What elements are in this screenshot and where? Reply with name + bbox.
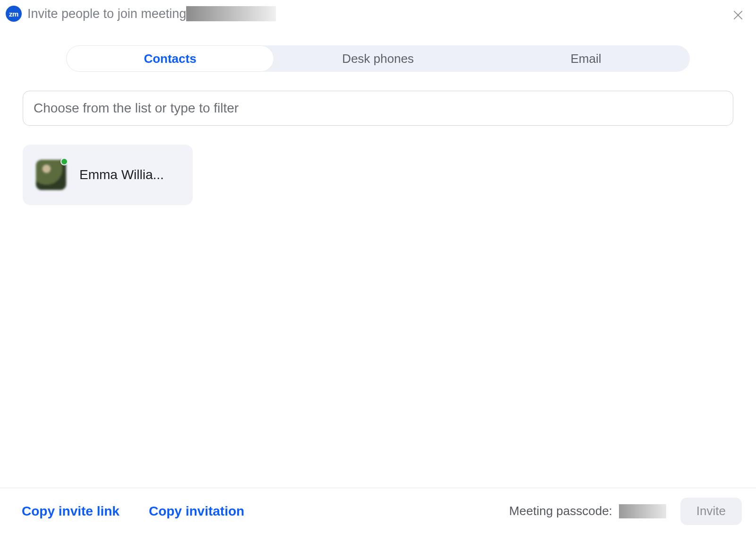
contact-name: Emma Willia... (79, 167, 164, 182)
meeting-passcode-label: Meeting passcode: (509, 504, 612, 518)
titlebar: zm Invite people to join meeting (0, 0, 756, 26)
invite-button[interactable]: Invite (680, 498, 742, 525)
tab-desk-phones[interactable]: Desk phones (274, 45, 482, 72)
avatar-container (36, 160, 66, 190)
meeting-id-redacted (186, 6, 276, 21)
contact-card[interactable]: Emma Willia... (23, 145, 193, 205)
tab-contacts[interactable]: Contacts (66, 45, 274, 72)
meeting-passcode-redacted (619, 504, 666, 518)
footer: Copy invite link Copy invitation Meeting… (0, 488, 756, 534)
footer-left: Copy invite link Copy invitation (22, 504, 244, 519)
tabs-container: Contacts Desk phones Email (0, 26, 756, 72)
contacts-list: Emma Willia... (0, 126, 756, 488)
copy-invitation-button[interactable]: Copy invitation (149, 504, 244, 519)
copy-invite-link-button[interactable]: Copy invite link (22, 504, 120, 519)
tab-email[interactable]: Email (482, 45, 690, 72)
contact-filter-input[interactable] (23, 91, 733, 126)
presence-online-icon (60, 158, 68, 165)
footer-right: Meeting passcode: Invite (509, 498, 742, 525)
close-button[interactable] (729, 6, 747, 25)
zoom-app-icon: zm (6, 6, 22, 22)
window-title: Invite people to join meeting (27, 7, 186, 21)
tabs: Contacts Desk phones Email (66, 45, 690, 72)
close-icon (732, 9, 744, 21)
search-container (0, 72, 756, 126)
